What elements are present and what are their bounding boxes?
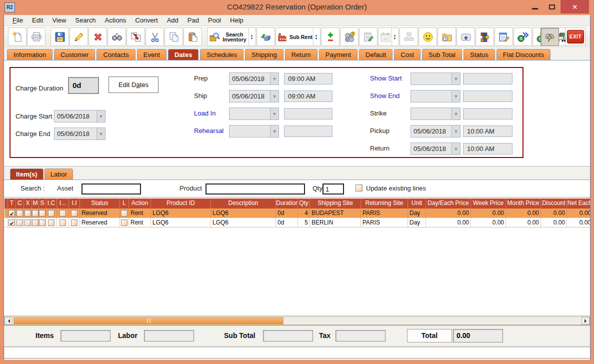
date-label-rehearsal[interactable]: Rehearsal (194, 124, 228, 137)
tab-customer[interactable]: Customer (54, 49, 95, 60)
cell-c[interactable] (16, 208, 24, 218)
chevron-down-icon[interactable]: ▼ (452, 90, 460, 102)
grid-header-product-id[interactable]: Product ID (151, 198, 211, 208)
date-field-pickup[interactable]: 05/06/2018▼ (410, 125, 460, 138)
time-field-prep[interactable]: 09:00 AM (284, 73, 332, 84)
tab-return[interactable]: Return (285, 49, 318, 60)
grid-header-qty[interactable]: Qty (298, 198, 310, 208)
toolbar-send-key-button[interactable] (456, 28, 475, 46)
grid-header-unit[interactable]: Unit (408, 198, 426, 208)
toolbar-copy-pages-button[interactable] (164, 28, 183, 46)
chevron-down-icon[interactable]: ▼ (452, 126, 460, 137)
toolbar-memo-edit-button[interactable] (494, 28, 513, 46)
toolbar-new-document-button[interactable] (8, 28, 26, 46)
date-field-return[interactable]: 05/06/2018▼ (410, 142, 460, 155)
tab-flat-discounts[interactable]: Flat Discounts (496, 49, 550, 60)
grid-header-description[interactable]: Description (211, 198, 276, 208)
update-existing-lines-checkbox[interactable] (356, 184, 362, 192)
cell-t[interactable] (8, 208, 16, 218)
row-checkbox-c[interactable] (16, 220, 23, 226)
edit-dates-button[interactable]: Edit Dates (108, 76, 158, 93)
toolbar-quick-pay-forward-button[interactable]: S (514, 28, 532, 46)
toolbar-notepad-edit-button[interactable] (359, 28, 378, 46)
tab-information[interactable]: Information (7, 49, 52, 60)
row-checkbox-c[interactable] (16, 210, 23, 216)
toolbar-smiley-face-button[interactable] (418, 28, 437, 46)
grid-header-c[interactable]: C (16, 198, 24, 208)
chevron-down-icon[interactable]: ▼ (96, 110, 105, 122)
scroll-left-button[interactable] (4, 317, 12, 324)
toolbar-add-remove-button[interactable] (321, 28, 340, 46)
close-button[interactable]: ✕ (560, 0, 589, 14)
toolbar-calendar-button[interactable]: 12▾▾ (378, 28, 399, 46)
toolbar-inventory-blocks-button[interactable] (476, 28, 494, 46)
item-tab-item-s[interactable]: Item(s) (10, 168, 44, 180)
date-label-show-end[interactable]: Show End (370, 90, 409, 102)
row-checkbox-i-c[interactable] (48, 210, 54, 216)
tab-status[interactable]: Status (464, 49, 495, 60)
menu-item-file[interactable]: File (8, 16, 28, 25)
chevron-down-icon[interactable]: ▼ (270, 90, 278, 102)
row-checkbox-t[interactable] (8, 220, 15, 226)
chevron-down-icon[interactable]: ▼ (452, 73, 460, 84)
menu-item-pad[interactable]: Pad (183, 16, 204, 25)
time-field-load-in[interactable] (284, 108, 332, 120)
date-field-load-in[interactable]: ▼ (229, 108, 279, 120)
menu-item-add[interactable]: Add (162, 16, 183, 25)
grid-header-s[interactable]: S (39, 198, 46, 208)
grid-header-month-price[interactable]: Month Price (506, 198, 541, 208)
date-field-prep[interactable]: 05/06/2018▼ (229, 72, 279, 85)
tab-schedules[interactable]: Schedules (200, 49, 244, 60)
grid-header-i-c[interactable]: I.C (46, 198, 57, 208)
cell-i-i[interactable] (69, 208, 80, 218)
toolbar-print-button[interactable] (27, 28, 46, 46)
asset-input[interactable] (82, 184, 141, 194)
scrollbar-thumb[interactable] (14, 317, 284, 324)
grid-header-t[interactable]: T (8, 198, 16, 208)
grid-header-discount[interactable]: Discount (541, 198, 567, 208)
toolbar-search-inventory-button[interactable]: Search Inventory▾▾ (207, 28, 256, 46)
toolbar-find-binoculars-button[interactable] (108, 28, 126, 46)
cell-c[interactable] (16, 218, 24, 227)
grid-header-shipping-site[interactable]: Shipping Site (310, 198, 361, 208)
toolbar-delete-x-button[interactable] (88, 28, 107, 46)
menu-item-pool[interactable]: Pool (204, 16, 226, 25)
dropdown-arrow-icon[interactable]: ▾▾ (248, 28, 254, 46)
item-tab-labor[interactable]: Labor (44, 168, 73, 180)
minimize-button[interactable] (526, 0, 544, 14)
cell-i-c[interactable] (46, 208, 57, 218)
table-row[interactable]: ReservedRentLGQ6LGQ60d4BUDAPESTPARISDay0… (4, 208, 590, 218)
tab-payment[interactable]: Payment (319, 49, 358, 60)
grid-header-duration[interactable]: Duration (276, 198, 298, 208)
cell-i-dots[interactable] (57, 218, 69, 227)
dropdown-arrow-icon[interactable]: ▾▾ (313, 28, 319, 46)
date-field-rehearsal[interactable]: ▼ (229, 125, 279, 138)
toolbar-cut-scissors-button[interactable] (146, 28, 164, 46)
row-checkbox-m[interactable] (32, 220, 38, 226)
time-field-show-end[interactable] (463, 90, 512, 102)
grid-header-net-each[interactable]: Net Each (567, 198, 590, 208)
cell-t[interactable] (8, 218, 16, 227)
cell-m[interactable] (32, 208, 39, 218)
toolbar-exit-button[interactable]: EXIT (566, 28, 586, 46)
time-field-pickup[interactable]: 10:00 AM (463, 126, 512, 137)
row-checkbox-i-dots[interactable] (60, 220, 66, 226)
cell-s[interactable] (39, 208, 46, 218)
cell-m[interactable] (32, 218, 39, 227)
toolbar-convert-3d-button[interactable] (256, 28, 275, 46)
maximize-button[interactable] (544, 0, 560, 14)
time-field-show-start[interactable] (463, 73, 512, 84)
date-label-load-in[interactable]: Load In (194, 107, 228, 120)
charge-start-date-field[interactable]: 05/06/2018 ▼ (54, 110, 106, 122)
time-field-ship[interactable]: 09:00 AM (284, 90, 332, 102)
cell-i-i[interactable] (69, 218, 80, 227)
grid-header-i-i[interactable]: I.I (69, 198, 80, 208)
chevron-down-icon[interactable]: ▼ (452, 108, 460, 120)
qty-input[interactable]: 1 (322, 184, 344, 194)
row-checkbox-l[interactable] (121, 220, 128, 226)
row-checkbox-s[interactable] (39, 210, 46, 216)
charge-end-date-field[interactable]: 05/06/2018 ▼ (54, 128, 106, 140)
date-label-show-start[interactable]: Show Start (370, 72, 409, 84)
menu-item-help[interactable]: Help (226, 16, 248, 25)
horizontal-scrollbar[interactable] (4, 316, 590, 325)
